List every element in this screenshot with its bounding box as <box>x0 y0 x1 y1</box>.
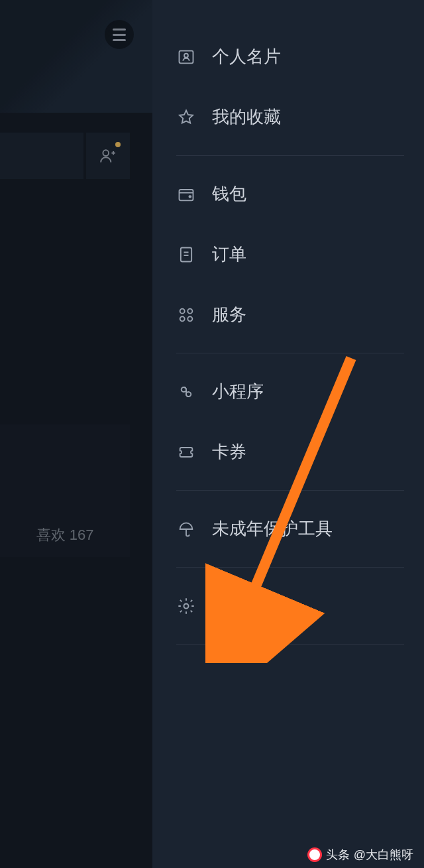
svg-point-6 <box>180 308 185 313</box>
menu-label: 个人名片 <box>212 45 281 68</box>
menu-item-settings[interactable]: 设置 <box>152 576 424 636</box>
credit-author: @大白熊呀 <box>354 847 413 863</box>
svg-point-9 <box>187 316 192 321</box>
menu-separator <box>176 155 404 156</box>
source-credit: 头条 @大白熊呀 <box>307 847 413 863</box>
menu-label: 钱包 <box>212 182 246 206</box>
svg-rect-3 <box>180 190 193 200</box>
menu-item-favorites[interactable]: 我的收藏 <box>152 87 424 147</box>
stat-block <box>0 133 83 179</box>
document-icon <box>176 245 196 265</box>
menu-item-wallet[interactable]: 钱包 <box>152 164 424 224</box>
menu-label: 设置 <box>212 594 246 617</box>
menu-item-minor-protection[interactable]: 未成年保护工具 <box>152 499 424 559</box>
credit-source: 头条 <box>326 847 350 863</box>
star-icon <box>176 107 196 127</box>
gear-icon <box>176 596 196 616</box>
likes-label: 喜欢 167 <box>36 525 94 545</box>
menu-item-coupons[interactable]: 卡券 <box>152 422 424 482</box>
drawer-menu: 个人名片 我的收藏 钱包 订单 服务 <box>152 27 424 645</box>
svg-point-2 <box>184 53 188 57</box>
wallet-icon <box>176 184 196 204</box>
menu-label: 服务 <box>212 303 246 326</box>
toutiao-logo-icon <box>307 847 322 862</box>
menu-item-services[interactable]: 服务 <box>152 284 424 345</box>
profile-banner <box>0 0 152 113</box>
svg-point-4 <box>189 196 191 198</box>
svg-point-7 <box>187 308 192 313</box>
menu-item-profile-card[interactable]: 个人名片 <box>152 27 424 87</box>
svg-point-10 <box>184 603 189 608</box>
menu-separator <box>176 567 404 568</box>
menu-separator <box>176 353 404 353</box>
background-panel: 喜欢 167 <box>0 0 152 868</box>
svg-point-0 <box>103 150 109 156</box>
menu-label: 未成年保护工具 <box>212 517 333 540</box>
menu-item-mini-programs[interactable]: 小程序 <box>152 361 424 422</box>
mini-program-icon <box>176 382 196 402</box>
ticket-icon <box>176 442 196 462</box>
umbrella-icon <box>176 519 196 539</box>
menu-label: 卡券 <box>212 440 246 464</box>
menu-separator <box>176 490 404 491</box>
menu-toggle-button[interactable] <box>105 20 134 49</box>
menu-label: 订单 <box>212 243 246 266</box>
likes-tab[interactable]: 喜欢 167 <box>0 424 130 557</box>
svg-point-8 <box>180 316 185 321</box>
notification-dot-icon <box>115 142 121 147</box>
side-drawer: 个人名片 我的收藏 钱包 订单 服务 <box>152 0 424 868</box>
menu-item-orders[interactable]: 订单 <box>152 224 424 284</box>
svg-rect-5 <box>181 247 191 261</box>
menu-label: 小程序 <box>212 380 264 403</box>
grid-icon <box>176 305 196 325</box>
id-card-icon <box>176 47 196 67</box>
add-friend-button[interactable] <box>86 133 130 179</box>
menu-label: 我的收藏 <box>212 105 281 129</box>
menu-separator <box>176 644 404 645</box>
